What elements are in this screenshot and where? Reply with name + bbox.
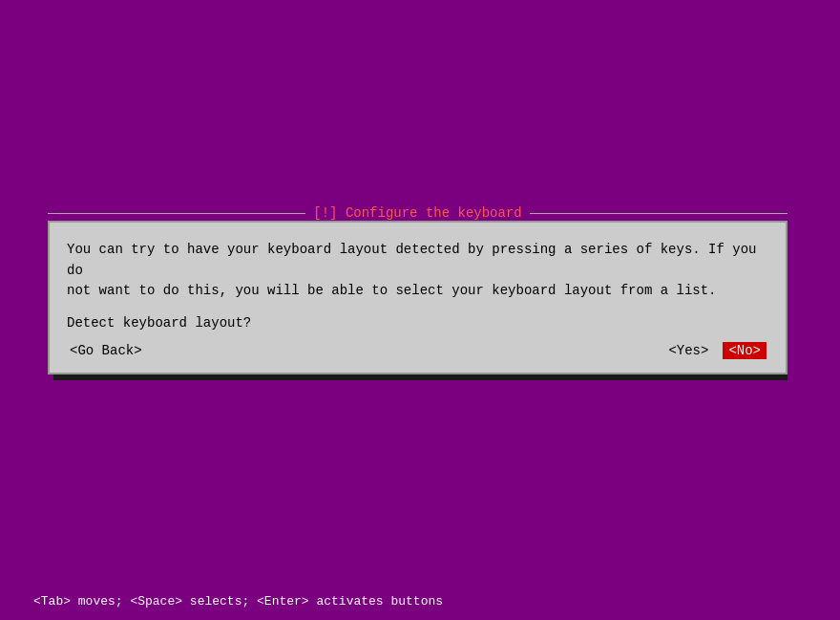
dialog-outer: [!] Configure the keyboard You can try t…: [48, 205, 788, 380]
dialog-box: You can try to have your keyboard layout…: [48, 221, 788, 374]
body-line2: not want to do this, you will be able to…: [67, 281, 766, 302]
yes-button[interactable]: <Yes>: [665, 342, 711, 359]
dialog-body: You can try to have your keyboard layout…: [67, 240, 766, 302]
status-bar: <Tab> moves; <Space> selects; <Enter> ac…: [33, 594, 443, 609]
right-buttons: <Yes> <No>: [665, 342, 766, 359]
body-line1: You can try to have your keyboard layout…: [67, 240, 766, 281]
screen: [!] Configure the keyboard You can try t…: [0, 0, 840, 620]
go-back-button[interactable]: <Go Back>: [67, 342, 145, 359]
detect-question: Detect keyboard layout?: [67, 315, 766, 331]
buttons-row: <Go Back> <Yes> <No>: [67, 342, 766, 359]
dialog-title: [!] Configure the keyboard: [305, 205, 529, 221]
no-button[interactable]: <No>: [723, 342, 766, 359]
